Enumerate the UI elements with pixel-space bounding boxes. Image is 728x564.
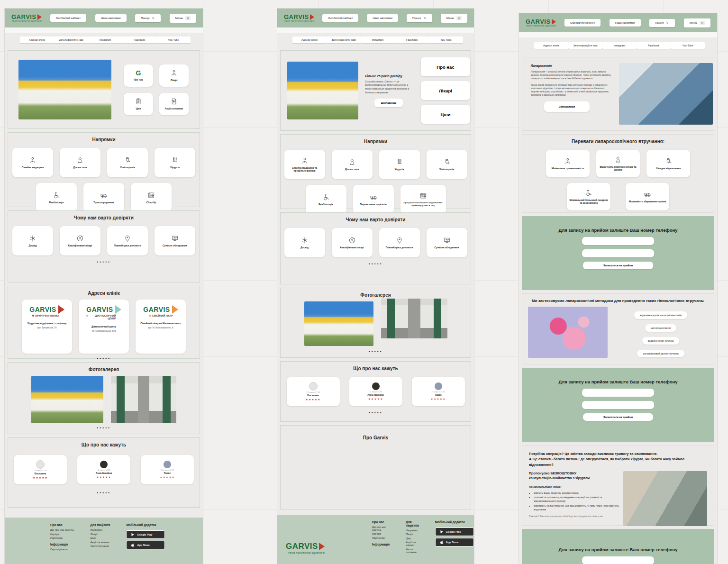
social-facebook-button[interactable]: Facebook <box>637 42 671 49</box>
footer-link-partners[interactable]: Партнери <box>50 537 74 539</box>
trust-card-equipment[interactable]: Сучасне обладнання <box>155 226 195 255</box>
garvis-logo[interactable]: GARVIS ТВОЯ ТЕРИТОРІЯ ЗДОРОВ'Я <box>526 18 556 27</box>
app-store-badge[interactable]: App Store <box>126 541 165 549</box>
carousel-dots[interactable]: ●●●●● <box>281 411 471 414</box>
search-button[interactable]: Пошук <box>135 14 161 22</box>
phone-input[interactable] <box>582 401 654 409</box>
footer-link-doctors[interactable]: Лікарі <box>90 533 110 536</box>
social-phone-button[interactable]: Зателефонуйте нам <box>54 36 88 43</box>
footer-link-career[interactable]: Кар'єра <box>372 532 390 535</box>
menu-button[interactable]: Меню <box>684 18 710 27</box>
carousel-dots[interactable]: ●●●●● <box>8 491 200 494</box>
menu-button[interactable]: Меню <box>170 14 196 23</box>
social-phone-button[interactable]: Зателефонуйте нам <box>327 36 361 43</box>
name-input[interactable] <box>582 389 654 397</box>
procedure-pill-cysts[interactable]: видалення кіст яєчника <box>642 337 679 345</box>
footer-link-prices[interactable]: Ціни <box>90 537 110 539</box>
footer-link-reviews[interactable]: Що про нас кажуть <box>50 528 74 531</box>
account-button[interactable]: Особистий кабінет <box>322 14 358 22</box>
gallery-photo-storefront[interactable] <box>111 376 176 423</box>
about-button[interactable]: Про нас <box>421 57 470 76</box>
social-youtube-button[interactable]: You-Tube <box>671 42 705 49</box>
our-directions-button[interactable]: Наші напрямки <box>95 14 127 22</box>
social-youtube-button[interactable]: You-Tube <box>429 36 463 43</box>
direction-card-surgery[interactable]: Хірургія <box>155 148 195 177</box>
direction-card-surgery[interactable]: Хірургія <box>379 150 420 179</box>
footer-link-career[interactable]: Кар'єра <box>50 533 74 536</box>
benefit-card-recovery[interactable]: Швидке відновлення <box>646 150 690 177</box>
direction-card-chemo[interactable]: Хіміотерапія <box>427 150 467 179</box>
procedure-pill-drilling[interactable]: ультразвуковий дрилінг яєчників <box>637 350 684 357</box>
social-facebook-button[interactable]: Facebook <box>395 36 429 43</box>
footer-link-news[interactable]: Акції та новини <box>406 541 419 546</box>
review-card[interactable]: 11 липня 14:42Анна Іванівна★★★★★ <box>77 455 130 484</box>
social-instagram-button[interactable]: Instagram <box>361 36 395 43</box>
direction-card-rehab[interactable]: Реабілітація <box>306 185 346 214</box>
trust-card-equipment[interactable]: Сучасне обладнання <box>427 228 467 257</box>
footer-link-doctors[interactable]: Лікарі <box>406 533 419 536</box>
gallery-photo-storefront[interactable] <box>381 299 447 338</box>
benefit-card-scars[interactable]: Відсутність помітних рубців та шрамів <box>596 150 640 177</box>
trust-card-experience[interactable]: Досвід <box>12 226 53 255</box>
direction-card-diagnostics[interactable]: Діагностика <box>332 150 373 179</box>
benefit-card-pain[interactable]: Мінімальний больовий синдром та крововтр… <box>567 183 610 210</box>
trust-card-experience[interactable]: Досвід <box>284 228 325 257</box>
submit-appointment-button[interactable]: Записатися на прийом <box>583 262 653 269</box>
footer-link-faq[interactable]: Часті питання <box>406 548 419 554</box>
procedure-pill-myomectomy[interactable]: видалення вузлів матки (міомектомія) <box>634 311 687 319</box>
prices-button[interactable]: Ціни <box>421 105 470 124</box>
social-youtube-button[interactable]: You-Tube <box>156 36 191 43</box>
trust-card-doctors[interactable]: Кваліфіковані лікарі <box>60 226 100 255</box>
gallery-photo-building[interactable] <box>31 376 103 423</box>
footer-link-certificates[interactable]: Сертифікати <box>50 548 74 551</box>
trust-card-doctors[interactable]: Кваліфіковані лікарі <box>332 228 373 257</box>
account-button[interactable]: Особистий кабінет <box>50 14 86 22</box>
read-more-button[interactable]: Докладніше <box>374 99 403 107</box>
social-addresses-button[interactable]: Адреси клінік <box>20 36 54 43</box>
google-play-badge[interactable]: Google Play <box>126 530 165 539</box>
trust-card-fullcycle[interactable]: Повний цикл допомоги <box>107 226 148 255</box>
review-card[interactable]: 11 липня 14:42Анна Іванівна★★★★★ <box>349 377 402 406</box>
quick-link-doctors[interactable]: Лікарі <box>159 64 189 87</box>
account-button[interactable]: Особистий кабінет <box>564 19 601 27</box>
direction-card-chemo[interactable]: Хіміотерапія <box>107 148 148 177</box>
clinic-card-diagnostic[interactable]: GARVIS ДІАГНОСТИЧНИЙ ЦЕНТР Діагностичний… <box>79 300 129 354</box>
footer-link-partners[interactable]: Партнери <box>372 537 390 539</box>
our-directions-button[interactable]: Наші напрямки <box>610 19 641 27</box>
footer-link-directions[interactable]: Напрямки <box>406 529 419 532</box>
carousel-dots[interactable]: ●●●●● <box>8 260 200 263</box>
direction-card-checkup[interactable]: Програми комплексного відновлення органі… <box>400 185 446 214</box>
carousel-dots[interactable]: ●●●●● <box>281 350 471 353</box>
clinic-card-surgical[interactable]: GARVIS ХІРУРГІЧНА КЛІНІКА Хірургічне від… <box>22 300 72 354</box>
social-phone-button[interactable]: Зателефонуйте нам <box>568 42 602 49</box>
social-instagram-button[interactable]: Instagram <box>88 36 122 43</box>
review-card[interactable]: 17 червня 17:16Василина★★★★★ <box>287 377 340 406</box>
social-instagram-button[interactable]: Instagram <box>602 42 637 49</box>
garvis-logo[interactable]: GARVIS ТВОЯ ТЕРИТОРІЯ ЗДОРОВ'Я <box>286 520 325 555</box>
benefit-card-trauma[interactable]: Мінімальна травматичність <box>546 150 590 177</box>
footer-link-news[interactable]: Акції та новини <box>90 541 110 544</box>
direction-card-transport[interactable]: Транспортування <box>83 183 124 212</box>
doctors-button[interactable]: Лікарі <box>421 81 470 100</box>
submit-appointment-button[interactable]: Записатися на прийом <box>583 413 653 421</box>
name-input[interactable] <box>582 237 654 245</box>
search-button[interactable]: Пошук <box>407 14 432 22</box>
benefit-card-organ[interactable]: Можливість збереження органа <box>626 183 669 210</box>
direction-card-family[interactable]: Сімейна медицина та профільні фахівці <box>284 150 325 179</box>
clinic-card-family[interactable]: GARVIS СІМЕЙНИЙ ЛІКАР Сімейний лікар на … <box>136 300 186 354</box>
quick-link-prices[interactable]: Ціни <box>124 93 153 115</box>
garvis-logo[interactable]: GARVIS ТВОЯ ТЕРИТОРІЯ ЗДОРОВ'Я <box>284 14 314 22</box>
search-button[interactable]: Пошук <box>649 19 675 27</box>
gallery-photo-building[interactable] <box>304 301 373 346</box>
review-card[interactable]: 21 червня 21:31Тарас★★★★★ <box>141 455 194 484</box>
social-addresses-button[interactable]: Адреси клінік <box>534 42 568 49</box>
quick-link-about[interactable]: GПро нас <box>124 64 153 87</box>
carousel-dots[interactable]: ●●●●● <box>8 426 200 429</box>
quick-link-news[interactable]: Акції та новини <box>159 93 189 115</box>
carousel-dots[interactable]: ●●●●● <box>281 262 471 265</box>
direction-card-checkup[interactable]: Chec-Up <box>131 183 172 212</box>
review-card[interactable]: 17 червня 17:16Василина★★★★★ <box>14 455 67 484</box>
menu-button[interactable]: Меню <box>441 14 467 23</box>
footer-link-directions[interactable]: Напрямки <box>90 528 110 531</box>
garvis-logo[interactable]: GARVIS ТВОЯ ТЕРИТОРІЯ ЗДОРОВ'Я <box>11 14 42 22</box>
